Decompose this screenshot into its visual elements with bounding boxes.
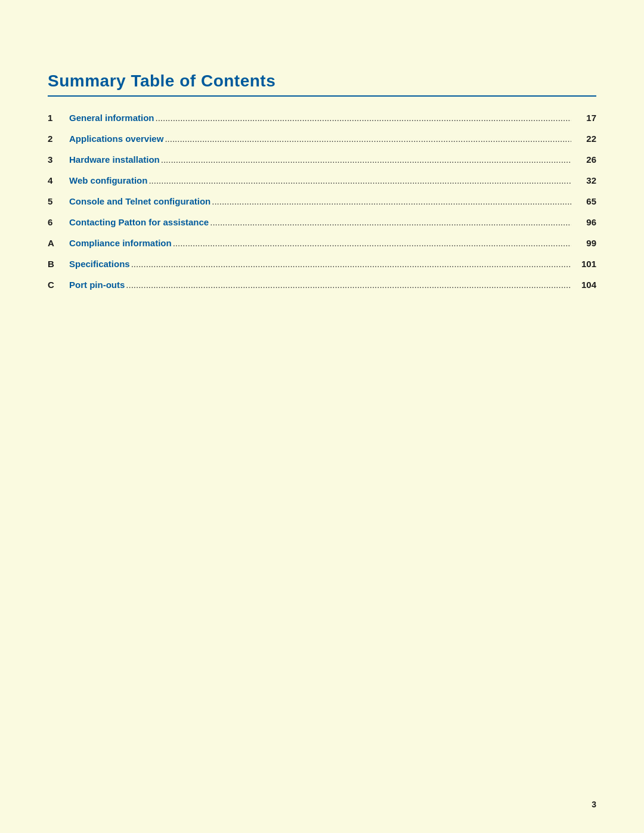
toc-entry-c: CPort pin-outs .........................… [48,274,596,295]
entry-number: B [48,259,69,269]
entry-dots: ........................................… [172,237,571,249]
toc-entry-5: 5Console and Telnet configuration ......… [48,191,596,212]
entry-title[interactable]: Web configuration [69,175,147,185]
entry-dots: ........................................… [125,278,571,291]
entry-number: 6 [48,217,69,227]
toc-entry-b: BSpecifications ........................… [48,253,596,274]
page-container: Summary Table of Contents 1General infor… [0,0,644,833]
entry-page-number: 104 [571,280,596,290]
entry-title[interactable]: Compliance information [69,238,172,248]
entry-dots: ........................................… [154,112,571,124]
entry-page-number: 65 [571,196,596,206]
page-number: 3 [592,800,596,809]
entry-dots: ........................................… [163,132,571,145]
entry-page-number: 101 [571,259,596,269]
entry-number: 2 [48,134,69,144]
toc-entry-4: 4Web configuration .....................… [48,170,596,191]
entry-number: C [48,280,69,290]
entry-dots: ........................................… [210,195,571,208]
toc-entry-6: 6Contacting Patton for assistance ......… [48,212,596,233]
page-title: Summary Table of Contents [48,72,596,91]
entry-page-number: 96 [571,217,596,227]
toc-entry-1: 1General information ...................… [48,107,596,128]
entry-page-number: 17 [571,113,596,123]
entry-title[interactable]: Contacting Patton for assistance [69,217,209,227]
entry-number: 5 [48,196,69,206]
entry-title[interactable]: Console and Telnet configuration [69,196,210,206]
toc-entry-2: 2Applications overview .................… [48,128,596,149]
entry-title[interactable]: Specifications [69,259,130,269]
entry-title[interactable]: Applications overview [69,134,163,144]
entry-title[interactable]: Hardware installation [69,154,160,165]
entry-page-number: 99 [571,238,596,248]
entry-number: A [48,238,69,248]
entry-dots: ........................................… [209,216,571,228]
toc-entry-3: 3Hardware installation .................… [48,149,596,170]
entry-page-number: 26 [571,154,596,165]
title-rule [48,95,596,97]
entry-number: 3 [48,154,69,165]
toc-list: 1General information ...................… [48,107,596,295]
entry-page-number: 32 [571,175,596,185]
entry-number: 4 [48,175,69,185]
title-section: Summary Table of Contents [48,72,596,97]
entry-number: 1 [48,113,69,123]
entry-dots: ........................................… [130,258,571,270]
entry-page-number: 22 [571,134,596,144]
entry-title[interactable]: Port pin-outs [69,280,125,290]
entry-dots: ........................................… [160,153,571,166]
entry-title[interactable]: General information [69,113,154,123]
entry-dots: ........................................… [147,174,571,187]
toc-entry-a: ACompliance information ................… [48,233,596,253]
